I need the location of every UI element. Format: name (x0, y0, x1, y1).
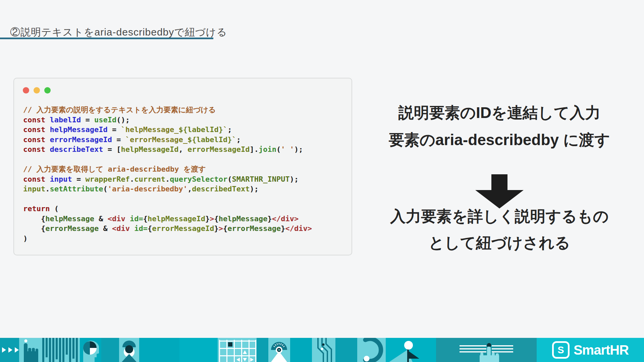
grid-arrows-icon (218, 338, 257, 362)
plain-tile (257, 338, 268, 362)
hook-ball-icon (357, 338, 386, 362)
barcode-stripes-icon (41, 338, 80, 362)
code-line: {errorMessage & <div id={errorMessageId}… (23, 224, 312, 234)
code-line (23, 194, 312, 204)
code-line: return ( (23, 204, 312, 214)
profile-head-pie-icon (80, 338, 101, 362)
down-arrow-stem (491, 174, 507, 192)
code-line: const labelId = useId(); (23, 115, 312, 125)
pointing-hand-icon (19, 338, 41, 362)
plain-tile (179, 338, 218, 362)
code-line: {helpMessage & <div id={helpMessageId}>{… (23, 214, 312, 224)
annotation-top-line2: 要素のaria-describedby に渡す (355, 126, 644, 154)
triple-play-icon (0, 338, 19, 362)
code-line: input.setAttribute('aria-describedby',de… (23, 184, 312, 194)
smarthr-logo-mark: S (552, 341, 570, 359)
slide-title: ②説明テキストをaria-describedbyで紐づける (10, 25, 227, 39)
code-line: const errorMessageId = `errorMessage_${l… (23, 135, 312, 145)
flag-figure-icon (386, 338, 436, 362)
plain-tile (335, 338, 357, 362)
footer-brand-band: SSmartHR (0, 338, 644, 362)
zoom-button (44, 87, 51, 94)
smarthr-logo: SSmartHR (537, 338, 644, 362)
beacon-eye-icon (268, 338, 290, 362)
plain-tile (139, 338, 179, 362)
code-window: // 入力要素の説明をするテキストを入力要素に紐づけるconst labelId… (13, 78, 352, 255)
minimize-button (34, 87, 40, 94)
code-line (23, 155, 312, 165)
window-controls (23, 87, 51, 94)
code-content: // 入力要素の説明をするテキストを入力要素に紐づけるconst labelId… (23, 105, 312, 243)
plain-tile (101, 338, 119, 362)
code-line: const helpMessageId = `helpMessage_${lab… (23, 125, 312, 135)
title-underline (0, 38, 213, 39)
smarthr-logo: SSmartHR (537, 338, 644, 362)
code-line: ) (23, 234, 312, 244)
annotation-bottom: 入力要素を詳しく説明するもの として紐づけされる (355, 203, 644, 256)
lines-hand-icon (436, 338, 537, 362)
smarthr-logo-text: SmartHR (574, 343, 629, 358)
doll-figure-icon (119, 338, 139, 362)
code-line: // 入力要素を取得して aria-describedby を渡す (23, 164, 312, 174)
code-line: const describeText = [helpMessageId, err… (23, 144, 312, 155)
close-button (23, 87, 29, 94)
circuit-lines-icon (312, 338, 335, 362)
annotation-top-line1: 説明要素のIDを連結して入力 (355, 99, 644, 126)
slide: ②説明テキストをaria-describedbyで紐づける // 入力要素の説明… (0, 0, 644, 362)
annotation-top: 説明要素のIDを連結して入力 要素のaria-describedby に渡す (355, 99, 644, 154)
plain-tile (290, 338, 312, 362)
annotation-bottom-line1: 入力要素を詳しく説明するもの (355, 203, 644, 230)
code-line: const input = wrapperRef.current.querySe… (23, 174, 312, 184)
annotation-bottom-line2: として紐づけされる (355, 230, 644, 256)
code-line: // 入力要素の説明をするテキストを入力要素に紐づける (23, 105, 312, 115)
